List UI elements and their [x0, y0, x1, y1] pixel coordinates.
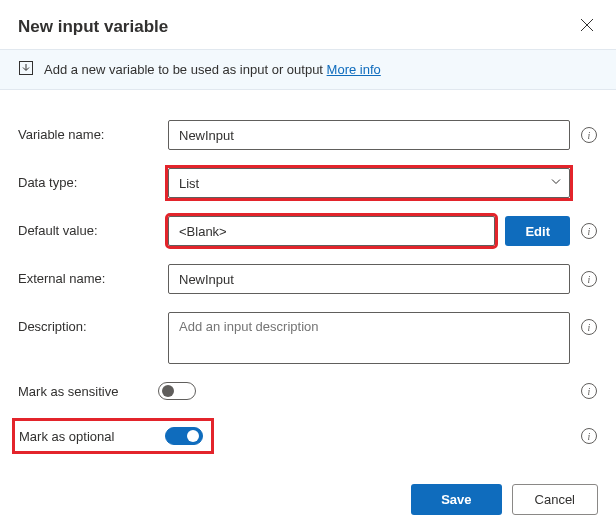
close-icon: [580, 20, 594, 35]
description-label: Description:: [18, 312, 158, 334]
save-button[interactable]: Save: [411, 484, 501, 515]
mark-sensitive-toggle[interactable]: [158, 382, 196, 400]
info-icon[interactable]: i: [581, 127, 597, 143]
default-value-label: Default value:: [18, 216, 158, 238]
info-icon[interactable]: i: [581, 383, 597, 399]
default-value-display: [168, 216, 495, 246]
more-info-link[interactable]: More info: [327, 62, 381, 77]
external-name-label: External name:: [18, 264, 158, 286]
data-type-select[interactable]: [168, 168, 570, 198]
mark-sensitive-label: Mark as sensitive: [18, 384, 158, 399]
cancel-button[interactable]: Cancel: [512, 484, 598, 515]
mark-optional-label: Mark as optional: [19, 429, 153, 444]
data-type-label: Data type:: [18, 168, 158, 190]
info-icon[interactable]: i: [581, 271, 597, 287]
close-button[interactable]: [576, 14, 598, 39]
mark-optional-toggle[interactable]: [165, 427, 203, 445]
edit-button[interactable]: Edit: [505, 216, 570, 246]
info-icon[interactable]: i: [581, 223, 597, 239]
description-input[interactable]: [168, 312, 570, 364]
info-banner: Add a new variable to be used as input o…: [0, 49, 616, 90]
external-name-input[interactable]: [168, 264, 570, 294]
info-icon[interactable]: i: [581, 319, 597, 335]
variable-name-label: Variable name:: [18, 120, 158, 142]
dialog-title: New input variable: [18, 17, 168, 37]
banner-text: Add a new variable to be used as input o…: [44, 62, 323, 77]
info-icon[interactable]: i: [581, 428, 597, 444]
variable-name-input[interactable]: [168, 120, 570, 150]
download-icon: [18, 60, 34, 79]
